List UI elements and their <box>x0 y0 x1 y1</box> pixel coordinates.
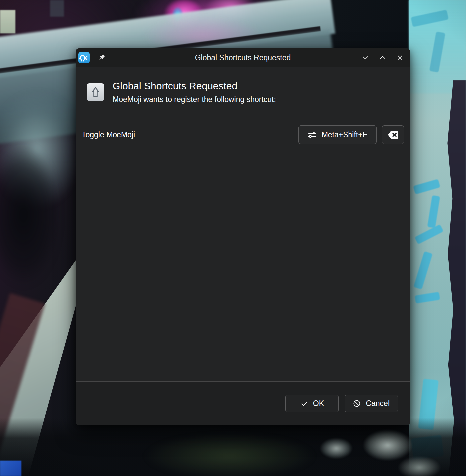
dialog-heading: Global Shortcuts Requested <box>113 80 276 92</box>
keep-above-pin-button[interactable] <box>97 53 106 62</box>
ok-label: OK <box>313 399 324 408</box>
maximize-button[interactable] <box>378 53 387 62</box>
desktop: K Global Shortcuts Requested <box>0 0 466 476</box>
window-title: Global Shortcuts Requested <box>195 53 291 62</box>
close-icon <box>396 54 404 62</box>
chevron-down-icon <box>361 54 369 62</box>
dialog-header: Global Shortcuts Requested MoeMoji wants… <box>76 67 410 117</box>
titlebar: K Global Shortcuts Requested <box>76 48 410 67</box>
shortcut-action-label: Toggle MoeMoji <box>82 130 298 139</box>
app-menu-button[interactable]: K <box>78 52 90 63</box>
shift-key-icon <box>87 83 104 101</box>
configure-sliders-icon <box>307 130 317 140</box>
dialog-subtitle: MoeMoji wants to register the following … <box>113 95 276 104</box>
dialog-content-area <box>76 144 410 381</box>
window-controls <box>361 53 404 62</box>
cancel-label: Cancel <box>366 399 390 408</box>
shortcut-row: Toggle MoeMoji Meta+Shift+E <box>76 117 410 144</box>
dialog-global-shortcuts: K Global Shortcuts Requested <box>76 48 410 425</box>
backspace-icon <box>387 130 399 140</box>
dialog-header-text: Global Shortcuts Requested MoeMoji wants… <box>113 80 276 104</box>
minimize-button[interactable] <box>361 53 370 62</box>
shortcut-key-label: Meta+Shift+E <box>322 130 368 139</box>
dialog-footer: OK Cancel <box>76 381 410 425</box>
kde-logo-icon: K <box>78 52 90 63</box>
check-icon <box>300 400 308 408</box>
ok-button[interactable]: OK <box>285 395 339 412</box>
close-button[interactable] <box>396 53 404 62</box>
shortcut-key-button[interactable]: Meta+Shift+E <box>298 125 377 144</box>
chevron-up-icon <box>379 54 387 62</box>
clear-shortcut-button[interactable] <box>382 125 404 144</box>
pin-icon <box>97 53 106 62</box>
cancel-button[interactable]: Cancel <box>345 395 398 412</box>
no-entry-icon <box>353 399 361 408</box>
svg-text:K: K <box>83 54 88 61</box>
